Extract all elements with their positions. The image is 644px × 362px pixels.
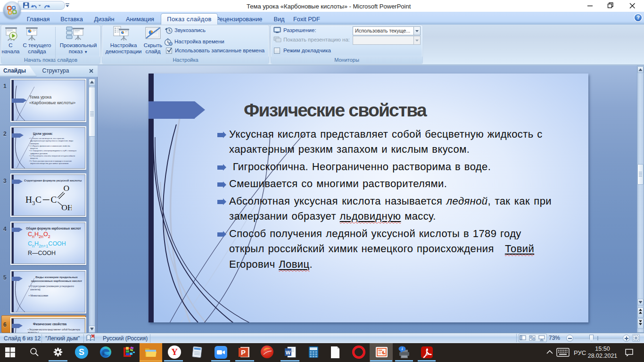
svg-text:C: C [35,195,41,205]
svg-text:C: C [50,195,57,205]
svg-text:P: P [241,348,246,356]
svg-text:H: H [25,195,32,205]
svg-text:W: W [286,350,291,355]
svg-text:O: O [64,185,70,193]
svg-text:3: 3 [32,200,35,206]
svg-text:OH: OH [61,203,72,212]
